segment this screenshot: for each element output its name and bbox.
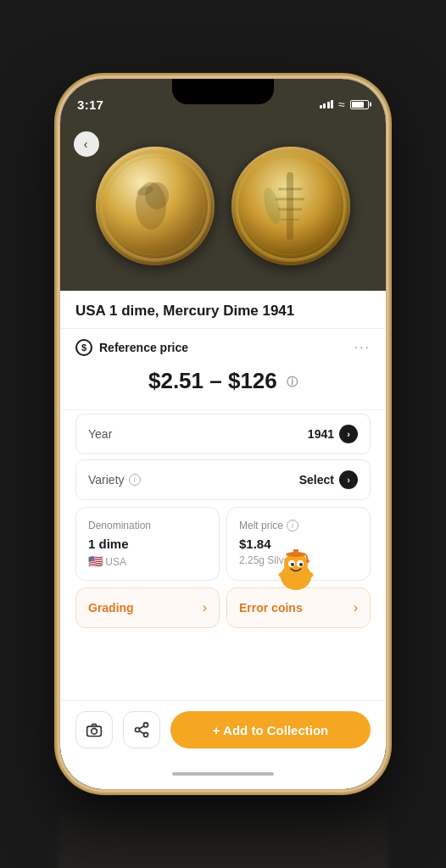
svg-rect-7: [287, 172, 293, 240]
variety-value-container: Select ›: [299, 470, 358, 489]
camera-button[interactable]: [75, 711, 113, 748]
svg-point-27: [144, 723, 148, 727]
variety-arrow-icon: ›: [339, 470, 358, 489]
grading-arrow-icon: ›: [203, 600, 207, 615]
variety-info-icon[interactable]: i: [129, 474, 141, 486]
grading-button[interactable]: Grading ›: [75, 587, 220, 628]
add-to-collection-button[interactable]: + Add to Collection: [170, 711, 371, 748]
svg-point-17: [291, 563, 294, 566]
phone-reflection: [58, 800, 388, 868]
flag-icon: 🇺🇸: [88, 554, 103, 568]
year-row[interactable]: Year 1941 ›: [75, 414, 371, 454]
denomination-label: Denomination: [88, 520, 207, 531]
info-cards-row: Denomination 1 dime 🇺🇸 USA Melt price: [75, 507, 371, 581]
variety-row[interactable]: Variety i Select ›: [75, 459, 371, 500]
error-coins-label: Error coins: [239, 601, 303, 615]
screen: 3:17 ≈: [60, 79, 386, 789]
year-label: Year: [88, 427, 112, 441]
melt-info-icon[interactable]: i: [287, 520, 298, 531]
denomination-value: 1 dime: [88, 537, 207, 551]
coin-reverse-svg: [231, 147, 350, 265]
year-arrow-icon: ›: [339, 425, 358, 443]
phone-inner: 3:17 ≈: [60, 79, 386, 789]
signal-bars-icon: [320, 100, 334, 108]
year-value-container: 1941 ›: [308, 425, 358, 443]
coin-obverse-image: [96, 147, 215, 265]
reference-price-header: $ Reference price ···: [75, 339, 371, 356]
coin-title: USA 1 dime, Mercury Dime 1941: [75, 303, 294, 319]
notch: [172, 79, 274, 104]
add-collection-label: + Add to Collection: [213, 723, 329, 737]
svg-point-28: [136, 728, 140, 732]
svg-point-29: [144, 732, 148, 737]
more-options-button[interactable]: ···: [354, 340, 371, 355]
coin-area: ‹: [60, 121, 386, 291]
battery-fill: [352, 102, 364, 108]
bottom-bar: + Add to Collection: [60, 700, 386, 772]
share-button[interactable]: [123, 711, 160, 748]
phone-frame: 3:17 ≈: [58, 76, 388, 792]
price-info-icon[interactable]: ⓘ: [287, 376, 298, 388]
share-icon: [133, 721, 150, 738]
denomination-country: 🇺🇸 USA: [88, 554, 207, 568]
price-range: $2.51 – $126 ⓘ: [75, 356, 371, 399]
back-chevron-icon: ‹: [84, 137, 88, 151]
svg-point-0: [100, 151, 210, 261]
svg-line-30: [139, 731, 144, 733]
signal-bar-1: [320, 105, 322, 108]
error-coins-arrow-icon: ›: [354, 600, 358, 615]
status-time: 3:17: [77, 97, 103, 112]
svg-point-26: [92, 728, 98, 734]
svg-point-18: [299, 563, 303, 566]
denomination-card: Denomination 1 dime 🇺🇸 USA: [75, 507, 220, 581]
signal-bar-3: [327, 102, 330, 108]
home-indicator: [172, 772, 274, 776]
variety-label-container: Variety i: [88, 473, 141, 487]
signal-bar-4: [331, 100, 333, 108]
coins-container: [60, 147, 386, 265]
mascot-image: [269, 541, 324, 596]
svg-point-3: [145, 182, 169, 209]
status-bar: 3:17 ≈: [60, 79, 386, 121]
content-area: USA 1 dime, Mercury Dime 1941 $ Referenc…: [60, 291, 386, 700]
dollar-circle-icon: $: [75, 339, 92, 356]
svg-point-12: [261, 186, 284, 226]
home-indicator-area: [60, 772, 386, 789]
reference-price-text: Reference price: [99, 341, 188, 354]
svg-point-4: [136, 184, 154, 198]
svg-rect-20: [293, 549, 298, 555]
wifi-icon: ≈: [338, 97, 345, 111]
svg-point-22: [306, 559, 309, 563]
reference-price-section: $ Reference price ··· $2.51 – $126 ⓘ: [60, 329, 386, 410]
screen-content: 3:17 ≈: [60, 79, 386, 789]
reference-price-label: $ Reference price: [75, 339, 188, 356]
variety-label: Variety: [88, 473, 125, 487]
battery-icon: [350, 100, 369, 109]
coin-title-section: USA 1 dime, Mercury Dime 1941: [60, 291, 386, 329]
signal-bar-2: [323, 103, 326, 108]
year-value: 1941: [308, 427, 334, 441]
back-button[interactable]: ‹: [74, 131, 99, 157]
details-section: Year 1941 › Variety i: [60, 414, 386, 500]
coin-obverse-svg: [96, 147, 215, 265]
action-cards-row: Grading › Error coins ›: [75, 587, 371, 628]
svg-point-1: [106, 157, 204, 255]
svg-line-31: [139, 726, 144, 728]
mascot-svg: [269, 541, 324, 596]
status-icons: ≈: [320, 97, 369, 111]
svg-point-6: [242, 157, 340, 255]
svg-point-2: [136, 182, 166, 230]
grading-label: Grading: [88, 601, 134, 615]
variety-value: Select: [299, 473, 334, 487]
coin-reverse-image: [231, 147, 350, 265]
melt-price-label: Melt price i: [239, 520, 358, 531]
camera-icon: [86, 721, 103, 738]
svg-point-5: [236, 151, 346, 261]
phone-wrapper: 3:17 ≈: [0, 0, 446, 868]
